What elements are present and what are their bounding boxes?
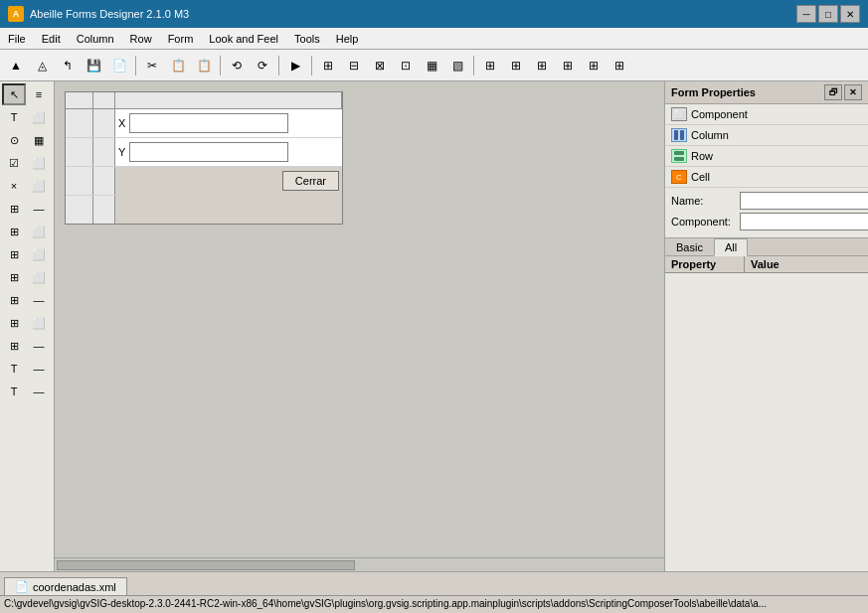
tree-item-component[interactable]: ⬜ Component xyxy=(665,104,868,125)
menu-tools[interactable]: Tools xyxy=(286,28,328,49)
row-marker-y xyxy=(93,138,115,166)
column-icon xyxy=(671,128,687,142)
row-marker-btn xyxy=(93,167,115,195)
toolbar-sep4 xyxy=(311,56,312,76)
row-num-x xyxy=(66,109,93,137)
tool-hline4[interactable]: ― xyxy=(27,358,51,380)
menu-edit[interactable]: Edit xyxy=(34,28,69,49)
tool-grid-small[interactable]: ▦ xyxy=(27,129,51,151)
right-panel: Form Properties 🗗 ✕ ⬜ Component Column R… xyxy=(664,81,868,571)
menu-column[interactable]: Column xyxy=(69,28,122,49)
svg-rect-2 xyxy=(674,151,684,155)
tool-radio[interactable]: ⊙ xyxy=(2,129,26,151)
fp-close-btn[interactable]: ✕ xyxy=(844,84,862,100)
svg-rect-1 xyxy=(680,130,684,140)
input-x[interactable] xyxy=(129,113,288,133)
toolbar-copy-btn[interactable]: 📋 xyxy=(166,54,190,77)
props-tabs: Basic All xyxy=(665,238,868,256)
toolbar-open-btn[interactable]: ◬ xyxy=(30,54,54,77)
canvas-scroll-thumb[interactable] xyxy=(57,560,355,570)
toolbar-new-btn[interactable]: ▲ xyxy=(4,54,28,77)
input-y[interactable] xyxy=(129,142,288,162)
toolbar-align4-btn[interactable]: ⊞ xyxy=(556,54,580,77)
toolbar-align6-btn[interactable]: ⊞ xyxy=(608,54,631,77)
tool-list[interactable]: ⬜ xyxy=(27,152,51,174)
toolbar-grid1-btn[interactable]: ⊞ xyxy=(316,54,340,77)
toolbar-back-btn[interactable]: ↰ xyxy=(56,54,80,77)
toolbar-paste-btn[interactable]: 📋 xyxy=(192,54,216,77)
tool-select[interactable]: ↖ xyxy=(2,83,26,105)
name-label: Name: xyxy=(671,195,736,207)
form-canvas: X Y Cerr xyxy=(65,91,343,225)
tool-grid-a[interactable]: ⊞ xyxy=(2,221,26,242)
form-row-empty1 xyxy=(66,196,342,224)
toolbar-undo-btn[interactable]: ⟲ xyxy=(225,54,249,77)
tool-text[interactable]: T xyxy=(2,106,26,128)
close-button[interactable]: ✕ xyxy=(840,5,860,23)
tree-item-row[interactable]: Row xyxy=(665,146,868,167)
left-tool-row-11: ⊞ ⬜ xyxy=(2,312,52,334)
tool-hline2[interactable]: ― xyxy=(27,289,51,311)
menu-help[interactable]: Help xyxy=(328,28,367,49)
menu-look-and-feel[interactable]: Look and Feel xyxy=(201,28,286,49)
main-area: ↖ ≡ T ⬜ ⊙ ▦ ☑ ⬜ × ⬜ ⊞ ― ⊞ ⬜ ⊞ ⬜ xyxy=(0,81,868,571)
row-y-cell: Y xyxy=(115,138,342,166)
toolbar-align3-btn[interactable]: ⊞ xyxy=(530,54,554,77)
tool-grid-d[interactable]: ⊞ xyxy=(2,289,26,311)
tab-coordenadas[interactable]: 📄 coordenadas.xml xyxy=(4,577,127,595)
tab-label: coordenadas.xml xyxy=(33,581,116,593)
tool-hline5[interactable]: ― xyxy=(27,381,51,402)
menu-form[interactable]: Form xyxy=(160,28,202,49)
tree-item-column[interactable]: Column xyxy=(665,125,868,146)
component-icon: ⬜ xyxy=(671,107,687,121)
fp-restore-btn[interactable]: 🗗 xyxy=(824,84,842,100)
menu-row[interactable]: Row xyxy=(122,28,160,49)
left-toolbar: ↖ ≡ T ⬜ ⊙ ▦ ☑ ⬜ × ⬜ ⊞ ― ⊞ ⬜ ⊞ ⬜ xyxy=(0,81,55,571)
tool-text3[interactable]: T xyxy=(2,381,26,402)
tool-box3[interactable]: ⬜ xyxy=(27,243,51,265)
toolbar-cut-btn[interactable]: ✂ xyxy=(140,54,164,77)
tool-grid-e[interactable]: ⊞ xyxy=(2,312,26,334)
status-text: C:\gvdevel\gvsig\gvSIG-desktop-2.3.0-244… xyxy=(4,598,767,609)
tool-hline[interactable]: ― xyxy=(27,198,51,220)
form-row-y: Y xyxy=(66,138,342,167)
toolbar-grid5-btn[interactable]: ▦ xyxy=(420,54,443,77)
toolbar-grid4-btn[interactable]: ⊡ xyxy=(394,54,418,77)
tool-box5[interactable]: ⬜ xyxy=(27,312,51,334)
tool-text2[interactable]: T xyxy=(2,358,26,380)
toolbar-grid6-btn[interactable]: ▧ xyxy=(445,54,469,77)
menu-file[interactable]: File xyxy=(0,28,34,49)
toolbar-align2-btn[interactable]: ⊞ xyxy=(504,54,528,77)
toolbar-save-btn[interactable]: 💾 xyxy=(82,54,105,77)
tool-box[interactable]: ⬜ xyxy=(27,175,51,197)
component-input[interactable] xyxy=(740,213,868,230)
tool-check[interactable]: ☑ xyxy=(2,152,26,174)
tree-item-cell[interactable]: C Cell xyxy=(665,167,868,188)
toolbar-grid3-btn[interactable]: ⊠ xyxy=(368,54,392,77)
name-input[interactable] xyxy=(740,192,868,210)
tool-hline3[interactable]: ― xyxy=(27,335,51,357)
tab-all[interactable]: All xyxy=(714,238,748,256)
cerrar-button[interactable]: Cerrar xyxy=(282,171,339,191)
toolbar-newdoc-btn[interactable]: 📄 xyxy=(107,54,131,77)
toolbar-run-btn[interactable]: ▶ xyxy=(283,54,307,77)
minimize-button[interactable]: ─ xyxy=(796,5,816,23)
tool-box4[interactable]: ⬜ xyxy=(27,266,51,288)
tab-basic[interactable]: Basic xyxy=(665,238,714,255)
tool-rect[interactable]: ⬜ xyxy=(27,106,51,128)
grid-header-col0 xyxy=(66,92,93,108)
canvas-area[interactable]: X Y Cerr xyxy=(55,81,664,557)
toolbar-align1-btn[interactable]: ⊞ xyxy=(478,54,502,77)
tool-multiline[interactable]: ≡ xyxy=(27,83,51,105)
toolbar-align5-btn[interactable]: ⊞ xyxy=(582,54,606,77)
toolbar-grid2-btn[interactable]: ⊟ xyxy=(342,54,366,77)
row-x-cell: X xyxy=(115,109,342,137)
toolbar-redo-btn[interactable]: ⟳ xyxy=(251,54,274,77)
tool-grid-b[interactable]: ⊞ xyxy=(2,243,26,265)
tool-plus-rect[interactable]: ⊞ xyxy=(2,198,26,220)
tool-box2[interactable]: ⬜ xyxy=(27,221,51,242)
tool-cross[interactable]: × xyxy=(2,175,26,197)
tool-grid-c[interactable]: ⊞ xyxy=(2,266,26,288)
maximize-button[interactable]: □ xyxy=(818,5,838,23)
tool-grid-f[interactable]: ⊞ xyxy=(2,335,26,357)
